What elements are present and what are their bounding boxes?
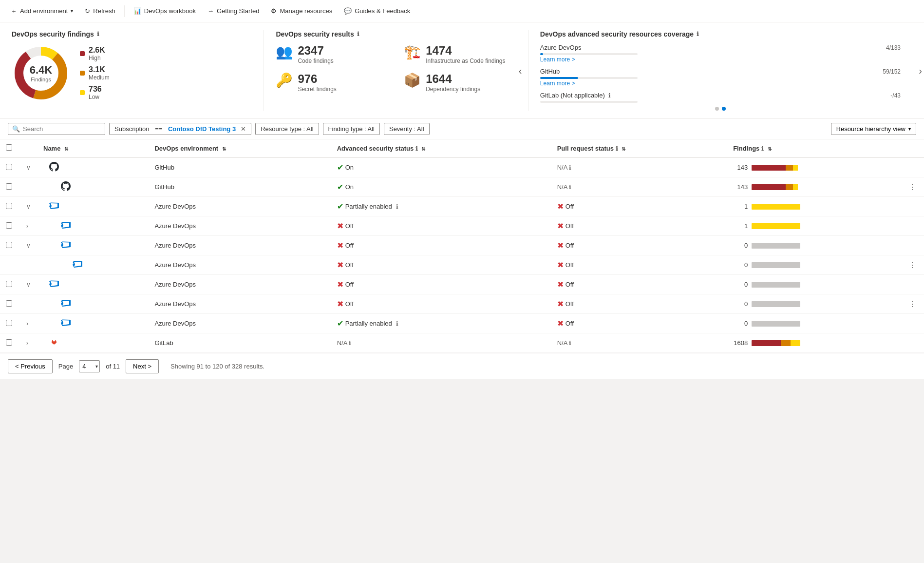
medium-dot (80, 71, 85, 76)
findings-title: DevOps security findings ℹ (12, 30, 252, 38)
expand-button[interactable]: ∨ (25, 202, 32, 211)
results-title: DevOps security results ℹ (276, 30, 516, 38)
finding-type-filter[interactable]: Finding type : All (323, 123, 380, 135)
coverage-list: Azure DevOps 4/133 Learn more > GitHub 5… (540, 44, 901, 103)
row-icon (49, 283, 59, 290)
severity-filter[interactable]: Severity : All (384, 123, 430, 135)
findings-info-icon[interactable]: ℹ (761, 145, 764, 152)
row-icon (49, 166, 59, 173)
results-info-icon[interactable]: ℹ (357, 31, 359, 38)
row-checkbox-cell (0, 255, 19, 275)
row-findings: 0 (727, 236, 901, 255)
next-button[interactable]: Next > (126, 359, 159, 373)
page-of-label: of 11 (106, 363, 120, 370)
findings-table: Name ⇅ DevOps environment ⇅ Advanced sec… (0, 139, 924, 353)
github-learn-more[interactable]: Learn more > (540, 80, 901, 87)
row-icon (61, 302, 71, 310)
row-menu-cell (901, 275, 924, 294)
row-checkbox[interactable] (6, 242, 12, 248)
dot-2[interactable] (722, 107, 726, 111)
row-menu-button[interactable]: ⋮ (906, 300, 918, 308)
pr-sort-icon[interactable]: ⇅ (622, 146, 625, 152)
select-all-checkbox[interactable] (6, 144, 12, 151)
row-expand-cell (19, 294, 38, 314)
row-expand-cell: ∨ (19, 157, 38, 177)
row-checkbox-cell (0, 157, 19, 177)
page-select[interactable]: 1234 5678 91011 (79, 360, 100, 372)
search-input[interactable] (23, 125, 101, 133)
previous-button[interactable]: < Previous (8, 359, 53, 373)
row-menu-cell (901, 333, 924, 353)
expand-button[interactable]: ∨ (25, 163, 32, 172)
findings-sort-icon[interactable]: ⇅ (768, 146, 772, 152)
pr-status-info-icon[interactable]: ℹ (616, 145, 618, 152)
row-expand-cell: ∨ (19, 275, 38, 294)
gitlab-na-info-icon[interactable]: ℹ (608, 92, 611, 99)
row-checkbox[interactable] (6, 183, 12, 190)
manage-resources-button[interactable]: ⚙ Manage resources (266, 4, 337, 18)
row-checkbox[interactable] (6, 339, 12, 346)
expand-button[interactable]: › (25, 319, 29, 328)
guides-feedback-button[interactable]: 💬 Guides & Feedback (339, 4, 415, 18)
row-name-cell (38, 216, 149, 236)
row-checkbox[interactable] (6, 320, 12, 326)
expand-button[interactable]: ∨ (25, 280, 32, 289)
results-card: DevOps security results ℹ 👥 2347 Code fi… (264, 30, 528, 111)
summary-row: DevOps security findings ℹ 6.4K Findings (0, 22, 924, 119)
feedback-icon: 💬 (344, 7, 352, 15)
refresh-button[interactable]: ↻ Refresh (80, 4, 120, 18)
settings-icon: ⚙ (271, 7, 277, 15)
subscription-filter[interactable]: Subscription == Contoso DfD Testing 3 ✕ (109, 123, 251, 135)
row-menu-button[interactable]: ⋮ (906, 183, 918, 191)
row-name-cell (38, 197, 149, 216)
row-checkbox[interactable] (6, 203, 12, 209)
row-checkbox[interactable] (6, 222, 12, 229)
row-findings: 143 (727, 177, 901, 197)
devops-workbook-button[interactable]: 📊 DevOps workbook (129, 4, 201, 18)
table-row: ∨ GitHub ✔On N/A ℹ 143 (0, 157, 924, 177)
hierarchy-view-button[interactable]: Resource hierarchy view ▾ (831, 123, 916, 135)
add-icon: ＋ (11, 7, 17, 16)
add-environment-button[interactable]: ＋ Add environment ▾ (6, 4, 78, 19)
getting-started-button[interactable]: → Getting Started (203, 4, 264, 18)
table-row: › Azure DevOps ✔Partially enabledℹ ✖Off … (0, 314, 924, 333)
carousel-next-button[interactable]: › (919, 65, 922, 76)
result-code: 👥 2347 Code findings (276, 44, 388, 64)
row-pr-status: ✖Off (551, 314, 727, 333)
search-box[interactable]: 🔍 (8, 123, 105, 135)
row-checkbox[interactable] (6, 164, 12, 170)
row-checkbox-cell (0, 275, 19, 294)
row-menu-cell (901, 216, 924, 236)
carousel-prev-button[interactable]: ‹ (519, 65, 522, 76)
name-sort-icon[interactable]: ⇅ (64, 146, 68, 152)
row-checkbox[interactable] (6, 300, 12, 307)
resource-type-filter[interactable]: Resource type : All (255, 123, 319, 135)
row-checkbox[interactable] (6, 281, 12, 287)
row-menu-button[interactable]: ⋮ (906, 261, 918, 269)
row-checkbox-cell (0, 216, 19, 236)
row-pr-status: ✖Off (551, 236, 727, 255)
findings-info-icon[interactable]: ℹ (97, 31, 99, 38)
expand-button[interactable]: › (25, 222, 29, 231)
row-findings: 143 (727, 157, 901, 177)
azdevops-progress-fill (540, 53, 543, 55)
row-adv-security: ✔On (331, 177, 551, 197)
dot-1[interactable] (715, 107, 719, 111)
expand-button[interactable]: ∨ (25, 241, 32, 250)
coverage-azdevops: Azure DevOps 4/133 Learn more > (540, 44, 901, 63)
adv-security-sort-icon[interactable]: ⇅ (421, 146, 425, 152)
low-dot (80, 90, 85, 95)
adv-security-info-icon[interactable]: ℹ (415, 145, 418, 152)
findings-card: DevOps security findings ℹ 6.4K Findings (12, 30, 264, 111)
expand-button[interactable]: › (25, 339, 29, 348)
legend-low: 736 Low (80, 85, 110, 100)
row-icon (49, 341, 59, 349)
row-checkbox-cell (0, 294, 19, 314)
azdevops-learn-more[interactable]: Learn more > (540, 56, 901, 63)
row-icon (61, 244, 71, 251)
chip-close-icon[interactable]: ✕ (241, 125, 246, 133)
devops-sort-icon[interactable]: ⇅ (222, 146, 226, 152)
coverage-info-icon[interactable]: ℹ (697, 31, 699, 38)
row-expand-cell (19, 255, 38, 275)
row-adv-security: ✖Off (331, 216, 551, 236)
